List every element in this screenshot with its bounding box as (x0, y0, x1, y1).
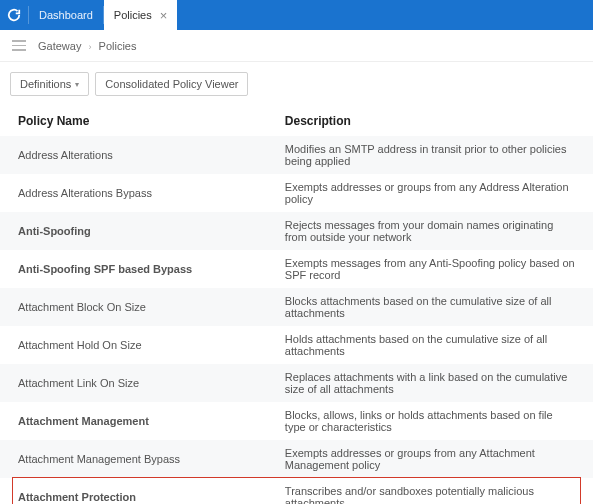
policy-desc-cell: Exempts addresses or groups from any Add… (267, 174, 593, 212)
table-row[interactable]: Anti-SpoofingRejects messages from your … (0, 212, 593, 250)
policy-desc-cell: Holds attachments based on the cumulativ… (267, 326, 593, 364)
policy-desc-cell: Exempts messages from any Anti-Spoofing … (267, 250, 593, 288)
breadcrumb: Gateway › Policies (38, 40, 136, 52)
policy-table: Policy Name Description Address Alterati… (0, 104, 593, 504)
policy-desc-cell: Blocks, allows, links or holds attachmen… (267, 402, 593, 440)
policy-name-cell: Attachment Hold On Size (0, 326, 267, 364)
table-row[interactable]: Attachment ProtectionTranscribes and/or … (0, 478, 593, 504)
table-row[interactable]: Attachment Block On SizeBlocks attachmen… (0, 288, 593, 326)
policy-name-cell: Attachment Management (0, 402, 267, 440)
policy-table-wrap: Policy Name Description Address Alterati… (0, 104, 593, 504)
policy-desc-cell: Replaces attachments with a link based o… (267, 364, 593, 402)
menu-icon[interactable] (10, 40, 28, 51)
app-logo-icon[interactable] (0, 0, 28, 30)
policy-name-cell: Attachment Management Bypass (0, 440, 267, 478)
button-label: Consolidated Policy Viewer (105, 78, 238, 90)
table-row[interactable]: Address Alterations BypassExempts addres… (0, 174, 593, 212)
policy-desc-cell: Modifies an SMTP address in transit prio… (267, 136, 593, 174)
policy-name-cell: Address Alterations (0, 136, 267, 174)
caret-down-icon: ▾ (75, 80, 79, 89)
tab-policies[interactable]: Policies × (104, 0, 178, 30)
policy-name-cell: Attachment Block On Size (0, 288, 267, 326)
breadcrumb-part[interactable]: Policies (99, 40, 137, 52)
definitions-button[interactable]: Definitions ▾ (10, 72, 89, 96)
policy-name-cell: Anti-Spoofing SPF based Bypass (0, 250, 267, 288)
close-icon[interactable]: × (160, 9, 168, 22)
policy-name-cell: Attachment Link On Size (0, 364, 267, 402)
breadcrumb-bar: Gateway › Policies (0, 30, 593, 62)
topbar: Dashboard Policies × (0, 0, 593, 30)
chevron-right-icon: › (88, 42, 91, 52)
col-policy-name[interactable]: Policy Name (0, 104, 267, 136)
policy-desc-cell: Rejects messages from your domain names … (267, 212, 593, 250)
table-row[interactable]: Anti-Spoofing SPF based BypassExempts me… (0, 250, 593, 288)
table-row[interactable]: Attachment Link On SizeReplaces attachme… (0, 364, 593, 402)
breadcrumb-part[interactable]: Gateway (38, 40, 81, 52)
table-row[interactable]: Attachment Hold On SizeHolds attachments… (0, 326, 593, 364)
table-row[interactable]: Attachment Management BypassExempts addr… (0, 440, 593, 478)
tab-label: Policies (114, 9, 152, 21)
policy-name-cell: Attachment Protection (0, 478, 267, 504)
policy-name-cell: Anti-Spoofing (0, 212, 267, 250)
policy-desc-cell: Transcribes and/or sandboxes potentially… (267, 478, 593, 504)
policy-desc-cell: Blocks attachments based on the cumulati… (267, 288, 593, 326)
tab-label: Dashboard (39, 9, 93, 21)
policy-desc-cell: Exempts addresses or groups from any Att… (267, 440, 593, 478)
table-header-row: Policy Name Description (0, 104, 593, 136)
toolbar: Definitions ▾ Consolidated Policy Viewer (0, 62, 593, 104)
policy-name-cell: Address Alterations Bypass (0, 174, 267, 212)
consolidated-viewer-button[interactable]: Consolidated Policy Viewer (95, 72, 248, 96)
tab-dashboard[interactable]: Dashboard (29, 0, 103, 30)
table-row[interactable]: Attachment ManagementBlocks, allows, lin… (0, 402, 593, 440)
table-row[interactable]: Address AlterationsModifies an SMTP addr… (0, 136, 593, 174)
button-label: Definitions (20, 78, 71, 90)
col-description[interactable]: Description (267, 104, 593, 136)
